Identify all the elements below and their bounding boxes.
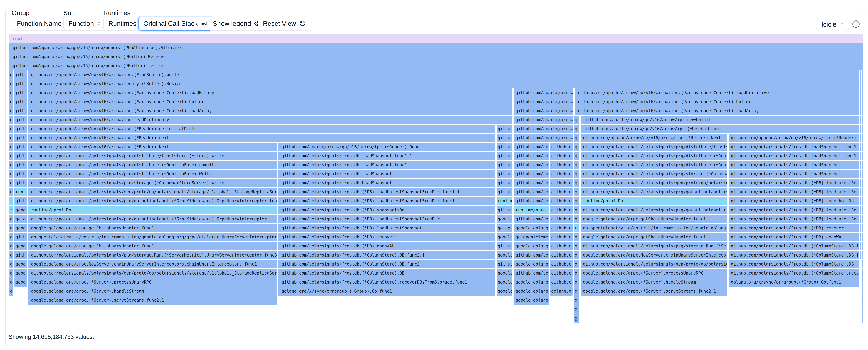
flame-cell[interactable] [862, 314, 863, 323]
flame-cell[interactable]: g [9, 242, 13, 250]
flame-cell[interactable] [860, 170, 861, 178]
flame-cell[interactable]: github.c [550, 242, 572, 250]
flame-cell[interactable]: goog [15, 278, 27, 286]
flame-cell[interactable]: g [9, 115, 13, 124]
flame-cell[interactable]: github.com/apache/arrow/go/v16/arrow/ipc… [28, 134, 495, 142]
flame-cell[interactable]: gith [15, 161, 27, 169]
flame-cell[interactable]: gith [14, 70, 27, 79]
flame-cell[interactable] [860, 143, 861, 151]
flame-cell[interactable]: github.com/polarsignals/frostdb.(*Column… [278, 260, 495, 269]
flame-cell[interactable] [860, 161, 861, 169]
flame-cell[interactable]: github.com/apache/arrow [514, 89, 573, 97]
flame-cell[interactable] [860, 125, 861, 133]
flame-cell[interactable] [860, 224, 861, 233]
flame-cell[interactable]: google.golang.org/grpc.(*Server).handleS… [581, 278, 727, 286]
flame-cell[interactable]: g [574, 179, 580, 187]
flame-cell[interactable] [14, 278, 14, 286]
flame-cell[interactable]: github.com/polarsignals/polarsignals/pkg… [581, 188, 727, 196]
flame-cell[interactable] [862, 287, 863, 295]
flame-cell[interactable]: github.com/polarsignals/frostdb.loadSnap… [729, 151, 860, 160]
flame-cell[interactable]: google.golang.org/grpc.NewServer.chainUn… [28, 260, 277, 269]
flame-cell[interactable]: gith [14, 89, 27, 97]
flame-cell[interactable]: github.com/apache/arrow/go/v16/arrow/mem… [9, 43, 863, 52]
flame-cell[interactable] [860, 179, 861, 187]
flame-cell[interactable]: g [574, 260, 580, 269]
flame-cell[interactable]: github.com/polarsignals/polarsignals/pkg… [28, 197, 277, 205]
flame-cell[interactable] [862, 98, 863, 106]
flame-cell[interactable]: runtime/pprof.Do [581, 197, 727, 205]
flame-cell[interactable]: google.golang.org/grpc.getChainUnaryHand… [581, 215, 727, 223]
flame-cell[interactable] [862, 242, 863, 250]
flame-cell[interactable]: r [574, 224, 580, 233]
flame-cell[interactable]: github.com/polarsignals/frostdb.(*DB).lo… [729, 188, 860, 196]
flame-cell[interactable] [14, 115, 14, 124]
flame-cell[interactable]: github.c [550, 143, 572, 151]
flame-cell[interactable]: github.com/po [514, 170, 549, 178]
flame-cell[interactable]: goog [15, 269, 27, 278]
flame-cell[interactable]: github.com/polarsignals/frostdb.(*DB).lo… [278, 224, 495, 233]
flame-cell[interactable]: g [574, 134, 580, 142]
flame-cell[interactable]: github.com/po [514, 161, 549, 169]
flame-cell[interactable] [862, 224, 863, 233]
flame-cell[interactable]: github.com/polarsignals/polarsignals/pkg… [28, 170, 277, 178]
flame-cell[interactable]: g [574, 296, 580, 305]
flame-cell[interactable]: github.com/polarsignals/polarsignals/pkg… [28, 151, 277, 160]
flame-cell[interactable]: google [497, 269, 513, 278]
flame-cell[interactable]: github.com/polarsignals/frostdb.(*Column… [729, 260, 860, 269]
flame-cell[interactable]: g [9, 134, 13, 142]
flame-cell[interactable]: google [497, 233, 513, 241]
flame-cell[interactable]: google.golang.org/grpc.(*Server).serveSt… [581, 287, 727, 295]
flame-cell[interactable] [14, 224, 14, 233]
flame-cell[interactable]: g [9, 260, 13, 269]
flame-cell[interactable]: g [9, 233, 13, 241]
flame-cell[interactable] [862, 260, 863, 269]
flame-cell[interactable]: g [9, 278, 13, 286]
flame-cell[interactable]: github.com/polarsignals/frostdb.loadSnap… [278, 170, 495, 178]
flame-cell[interactable]: gith [15, 233, 27, 241]
flame-cell[interactable]: g [574, 278, 580, 286]
flame-cell[interactable]: github.c [550, 215, 572, 223]
flame-cell[interactable]: github.com/apache/arrow/go/v16/arrow/ipc… [278, 143, 495, 151]
flame-cell[interactable]: github.com/po [514, 179, 549, 187]
flame-cell[interactable]: go.o [15, 215, 27, 223]
flame-cell[interactable]: github.com/polarsignals/frostdb.(*DB).op… [278, 242, 495, 250]
flame-cell[interactable]: github.com/polarsignals/polarsignals/gen… [581, 260, 727, 269]
flame-cell[interactable]: github.com/polarsignals/frostdb.(*DB).sn… [278, 206, 495, 214]
flame-cell[interactable] [862, 106, 863, 115]
flame-cell[interactable] [862, 251, 863, 259]
flame-cell[interactable]: github.c [550, 233, 572, 241]
flame-cell[interactable] [862, 170, 863, 178]
flame-cell[interactable] [862, 70, 863, 79]
flame-cell[interactable]: runt [15, 188, 27, 196]
flame-cell[interactable]: google.golang [514, 296, 549, 305]
flame-cell[interactable]: go.opentelemetry.io/contrib/instrumentat… [28, 233, 277, 241]
flame-cell[interactable]: golang.org/x/sync/errgroup.(*Group).Go.f… [278, 287, 495, 295]
flame-cell[interactable]: google.golang.org/grpc.getChainUnaryHand… [581, 233, 727, 241]
flame-cell[interactable]: github.com/polarsignals/polarsignals/gen… [581, 179, 727, 187]
flame-cell[interactable]: github.com/polarsignals/frostdb.(*DB).lo… [729, 215, 860, 223]
flame-cell[interactable] [860, 188, 861, 196]
flame-cell[interactable]: g [574, 314, 580, 323]
flame-cell[interactable]: go.openteleme [514, 233, 549, 241]
flame-cell[interactable] [860, 233, 861, 241]
flame-cell[interactable]: g [574, 305, 580, 314]
flame-cell[interactable]: github.c [550, 161, 572, 169]
flame-cell[interactable]: g [9, 151, 13, 160]
flame-cell[interactable]: github.com/po [514, 215, 549, 223]
flame-cell[interactable]: gith [14, 79, 27, 88]
flame-cell[interactable]: golang.org/x/sync/errgroup.(*Group).Go.f… [729, 278, 860, 286]
flame-cell[interactable]: google [497, 287, 513, 295]
flame-cell[interactable]: github.com/polarsignals/frostdb.(*Column… [729, 251, 860, 259]
flame-cell[interactable] [14, 233, 14, 241]
flame-cell[interactable] [14, 188, 14, 196]
flame-cell[interactable]: github.com/polarsignals/polarsignals/pkg… [581, 242, 727, 250]
flame-cell[interactable] [862, 206, 863, 214]
flame-cell[interactable]: github.com/apache/arrow/go/v16/arrow/ipc… [581, 125, 860, 133]
flame-cell[interactable]: google [497, 251, 513, 259]
flame-cell[interactable] [862, 161, 863, 169]
flame-cell[interactable]: google.golang.org/grpc.(*Server).process… [28, 278, 277, 286]
flame-cell[interactable]: github.com/po [514, 197, 549, 205]
flame-cell[interactable] [862, 89, 863, 97]
flame-cell[interactable]: github.com/po [514, 151, 549, 160]
flame-cell[interactable]: r [9, 206, 13, 214]
